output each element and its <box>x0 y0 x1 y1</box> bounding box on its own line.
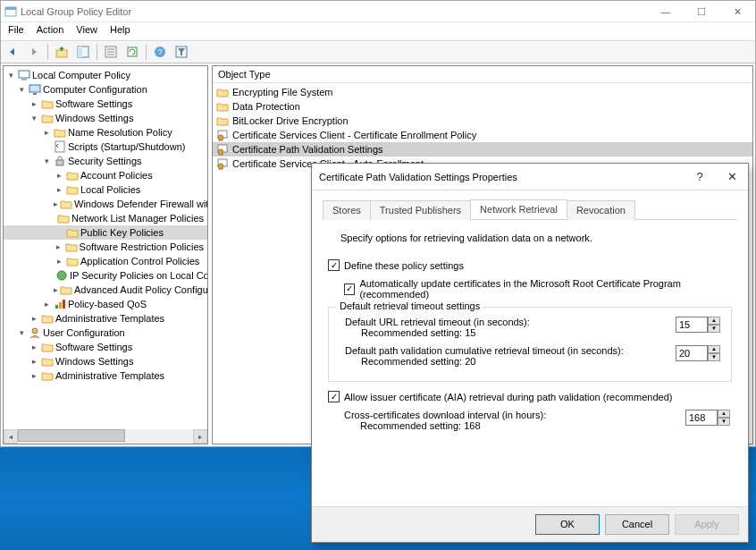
tree-uc-software[interactable]: ▸ Software Settings <box>4 340 207 354</box>
filter-toolbar-button[interactable] <box>172 42 191 62</box>
tree-ips[interactable]: IP Security Policies on Local Comput <box>4 268 207 283</box>
svg-rect-16 <box>33 93 37 95</box>
path-timeout-up-button[interactable]: ▲ <box>708 345 720 353</box>
properties-dialog: Certificate Path Validation Settings Pro… <box>311 163 749 543</box>
close-button[interactable]: ✕ <box>719 1 755 22</box>
cross-cert-up-button[interactable]: ▲ <box>718 410 730 418</box>
tree-pane: ▾ Local Computer Policy ▾ Computer Confi… <box>3 65 208 444</box>
tree-qos[interactable]: ▸ Policy-based QoS <box>4 297 207 311</box>
tree-srp[interactable]: ▸ Software Restriction Policies <box>4 240 207 254</box>
menu-view[interactable]: View <box>71 22 103 40</box>
folder-icon <box>60 283 72 296</box>
tree-h-scrollbar[interactable]: ◂ ▸ <box>4 429 207 444</box>
lock-icon <box>54 155 66 167</box>
menu-help[interactable]: Help <box>105 22 136 40</box>
maximize-button[interactable]: ☐ <box>684 1 719 22</box>
svg-rect-4 <box>78 47 82 57</box>
tree-cc-software[interactable]: ▸ Software Settings <box>4 97 207 111</box>
show-hide-tree-button[interactable] <box>73 42 93 62</box>
tree-aapc[interactable]: ▸ Advanced Audit Policy Configuration <box>4 283 207 297</box>
path-timeout-down-button[interactable]: ▼ <box>708 353 720 361</box>
path-timeout-label: Default path validation cumulative retri… <box>345 345 676 356</box>
toolbar-sep <box>97 44 97 60</box>
tree-nlmp[interactable]: Network List Manager Policies <box>4 211 207 225</box>
path-timeout-input[interactable]: 20 <box>676 345 708 361</box>
tree-user-config[interactable]: ▾ User Configuration <box>4 326 207 340</box>
apply-button[interactable]: Apply <box>675 514 739 535</box>
svg-text:?: ? <box>157 47 162 56</box>
list-item[interactable]: Certificate Path Validation Settings <box>213 142 752 157</box>
list-column-header[interactable]: Object Type <box>213 66 752 83</box>
svg-rect-1 <box>5 7 16 10</box>
menu-action[interactable]: Action <box>31 22 70 40</box>
policy-tree[interactable]: ▾ Local Computer Policy ▾ Computer Confi… <box>4 66 207 385</box>
svg-rect-22 <box>63 300 65 309</box>
url-timeout-spinbox[interactable]: 15 ▲ ▼ <box>676 317 722 333</box>
tree-cc-windows[interactable]: ▾ Windows Settings <box>4 111 207 125</box>
allow-aia-checkbox-row: ✓ Allow issuer certificate (AIA) retriev… <box>328 391 732 402</box>
tab-trusted-publishers[interactable]: Trusted Publishers <box>370 200 471 220</box>
dialog-help-button[interactable]: ? <box>684 164 716 189</box>
cert-icon <box>216 129 229 141</box>
url-timeout-input[interactable]: 15 <box>676 317 708 333</box>
tree-account-policies[interactable]: ▸ Account Policies <box>4 168 207 182</box>
tree-scripts[interactable]: Scripts (Startup/Shutdown) <box>4 140 207 154</box>
refresh-button[interactable] <box>122 42 142 62</box>
allow-aia-checkbox[interactable]: ✓ <box>328 391 340 402</box>
minimize-button[interactable]: — <box>648 1 684 22</box>
auto-update-checkbox[interactable]: ✓ <box>344 283 355 295</box>
properties-toolbar-button[interactable] <box>101 42 121 62</box>
ok-button[interactable]: OK <box>535 514 600 535</box>
svg-rect-18 <box>56 160 63 165</box>
cross-cert-down-button[interactable]: ▼ <box>718 418 730 426</box>
cross-cert-recommended: Recommended setting: 168 <box>344 420 685 431</box>
list-item-label: Certificate Services Client - Certificat… <box>232 130 476 140</box>
ipsec-icon <box>55 269 68 282</box>
list-item-label: Data Protection <box>232 101 300 112</box>
tree-acp[interactable]: ▸ Application Control Policies <box>4 254 207 268</box>
scroll-right-button[interactable]: ▸ <box>193 429 207 444</box>
tab-network-retrieval[interactable]: Network Retrieval <box>470 199 567 219</box>
list-item[interactable]: Certificate Services Client - Certificat… <box>213 128 752 142</box>
svg-point-27 <box>218 149 223 155</box>
up-button[interactable] <box>52 42 71 62</box>
folder-icon <box>41 312 54 325</box>
define-policy-checkbox[interactable]: ✓ <box>328 259 340 271</box>
tree-uc-windows[interactable]: ▸ Windows Settings <box>4 354 207 368</box>
tree-uc-admin-templates[interactable]: ▸ Administrative Templates <box>4 368 207 383</box>
url-timeout-up-button[interactable]: ▲ <box>708 317 720 325</box>
allow-aia-label: Allow issuer certificate (AIA) retrieval… <box>344 392 672 402</box>
cancel-button[interactable]: Cancel <box>605 514 669 535</box>
url-timeout-down-button[interactable]: ▼ <box>708 325 720 333</box>
tree-security-settings[interactable]: ▾ Security Settings <box>4 154 207 168</box>
list-item-label: Encrypting File System <box>232 87 332 97</box>
back-button[interactable] <box>3 42 22 62</box>
svg-rect-21 <box>59 302 62 309</box>
tree-root[interactable]: ▾ Local Computer Policy <box>4 68 207 82</box>
group-legend: Default retrieval timeout settings <box>336 300 483 311</box>
tree-computer-config[interactable]: ▾ Computer Configuration <box>4 82 207 97</box>
tab-revocation[interactable]: Revocation <box>567 200 635 220</box>
cross-cert-spinbox[interactable]: 168 ▲ ▼ <box>685 410 732 426</box>
tree-name-resolution[interactable]: ▸ Name Resolution Policy <box>4 125 207 140</box>
url-timeout-label: Default URL retrieval timeout (in second… <box>345 317 676 327</box>
cross-cert-input[interactable]: 168 <box>685 410 718 426</box>
svg-rect-13 <box>19 71 29 78</box>
list-item[interactable]: BitLocker Drive Encryption <box>213 114 752 128</box>
path-timeout-spinbox[interactable]: 20 ▲ ▼ <box>676 345 722 361</box>
tree-wdf[interactable]: ▸ Windows Defender Firewall with Adv <box>4 197 207 211</box>
folder-icon <box>66 183 79 196</box>
dialog-close-button[interactable]: ✕ <box>716 164 748 189</box>
tree-public-key-policies[interactable]: Public Key Policies <box>4 225 207 240</box>
folder-icon <box>41 369 54 382</box>
scroll-left-button[interactable]: ◂ <box>4 429 18 444</box>
list-item[interactable]: Data Protection <box>213 99 752 114</box>
tree-cc-admin-templates[interactable]: ▸ Administrative Templates <box>4 311 207 326</box>
list-item[interactable]: Encrypting File System <box>213 85 752 99</box>
tree-local-policies[interactable]: ▸ Local Policies <box>4 182 207 197</box>
path-timeout-recommended: Recommended setting: 20 <box>345 356 676 367</box>
menu-file[interactable]: File <box>3 22 29 40</box>
tab-stores[interactable]: Stores <box>323 200 371 220</box>
forward-button[interactable] <box>24 42 44 62</box>
help-toolbar-button[interactable]: ? <box>150 42 170 62</box>
